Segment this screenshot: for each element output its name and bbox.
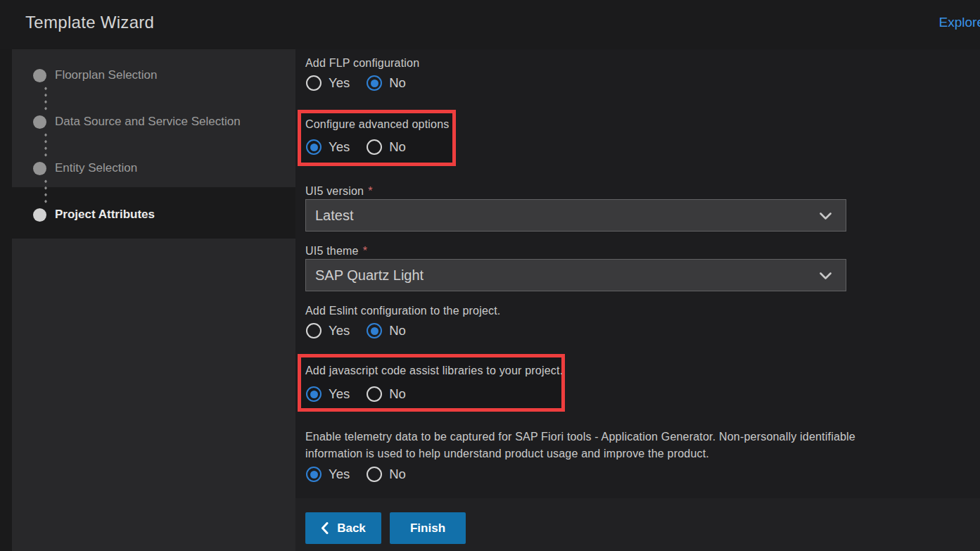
field-label-ui5-version: UI5 version* (305, 183, 373, 200)
chevron-down-icon (820, 213, 832, 220)
field-label-advanced-options: Configure advanced options (305, 116, 449, 133)
radio-icon[interactable] (367, 323, 382, 338)
field-label-flp: Add FLP configuration (305, 55, 419, 72)
radio-icon[interactable] (306, 139, 322, 155)
telemetry-radio-group: Yes No (306, 466, 406, 483)
step-floorplan-selection[interactable]: Floorplan Selection (12, 67, 158, 84)
step-connector (44, 132, 47, 158)
step-entity-selection[interactable]: Entity Selection (12, 160, 137, 177)
eslint-radio-group: Yes No (306, 322, 406, 339)
telemetry-radio-no[interactable]: No (367, 467, 406, 482)
radio-label-yes[interactable]: Yes (329, 139, 350, 155)
telemetry-radio-yes[interactable]: Yes (306, 467, 350, 482)
step-label: Project Attributes (55, 208, 155, 222)
step-project-attributes[interactable]: Project Attributes (12, 206, 155, 223)
step-label: Floorplan Selection (55, 68, 158, 82)
radio-icon[interactable] (306, 386, 322, 402)
radio-icon[interactable] (367, 139, 382, 155)
project-attributes-form: Add FLP configuration Yes No Configure a… (295, 49, 980, 551)
field-label-ui5-theme: UI5 theme* (305, 243, 367, 260)
radio-icon[interactable] (367, 75, 382, 91)
radio-icon[interactable] (306, 467, 322, 482)
field-label-eslint: Add Eslint configuration to the project. (305, 303, 501, 319)
advanced-options-radio-group: Yes No (306, 139, 406, 156)
radio-icon[interactable] (306, 323, 322, 338)
radio-label-no[interactable]: No (389, 75, 406, 91)
ui5-theme-label-text: UI5 theme (305, 245, 359, 257)
flp-radio-yes[interactable]: Yes (306, 75, 350, 91)
code-assist-radio-group: Yes No (306, 386, 406, 403)
radio-icon[interactable] (367, 386, 382, 402)
wizard-header: Template Wizard Explore (0, 0, 980, 49)
ui5-version-value: Latest (315, 208, 353, 224)
chevron-down-icon (820, 272, 832, 280)
ui5-version-label-text: UI5 version (305, 185, 364, 197)
radio-label-yes[interactable]: Yes (329, 386, 350, 402)
flp-radio-no[interactable]: No (367, 75, 406, 91)
ui5-theme-select[interactable]: SAP Quartz Light (305, 259, 846, 291)
radio-label-no[interactable]: No (389, 323, 406, 338)
back-button-label: Back (337, 521, 366, 536)
step-label: Entity Selection (55, 161, 137, 175)
radio-icon[interactable] (367, 467, 382, 482)
back-button[interactable]: Back (305, 512, 381, 544)
required-asterisk: * (363, 245, 367, 257)
eslint-radio-yes[interactable]: Yes (306, 323, 350, 338)
code-assist-radio-no[interactable]: No (367, 386, 406, 402)
advanced-radio-no[interactable]: No (367, 139, 406, 155)
step-label: Data Source and Service Selection (55, 115, 241, 129)
radio-label-no[interactable]: No (389, 467, 406, 482)
explore-link[interactable]: Explore (939, 15, 980, 30)
step-connector (44, 178, 47, 205)
radio-label-no[interactable]: No (389, 386, 406, 402)
step-circle-icon (33, 115, 46, 129)
finish-button-label: Finish (410, 521, 445, 536)
sidebar-lower-panel (12, 239, 295, 551)
chevron-left-icon (321, 522, 329, 534)
radio-label-yes[interactable]: Yes (329, 75, 350, 91)
ui5-version-select[interactable]: Latest (305, 199, 846, 232)
step-circle-icon (33, 162, 46, 175)
step-data-source-selection[interactable]: Data Source and Service Selection (12, 113, 241, 130)
step-circle-icon (33, 69, 46, 82)
step-connector (44, 85, 47, 112)
radio-label-yes[interactable]: Yes (329, 467, 350, 482)
flp-radio-group: Yes No (306, 75, 406, 91)
wizard-steps-sidebar: Floorplan Selection Data Source and Serv… (12, 49, 295, 551)
field-label-code-assist: Add javascript code assist libraries to … (305, 362, 563, 379)
ui5-theme-value: SAP Quartz Light (315, 267, 424, 284)
required-asterisk: * (368, 185, 372, 197)
advanced-radio-yes[interactable]: Yes (306, 139, 350, 155)
finish-button[interactable]: Finish (390, 512, 466, 544)
eslint-radio-no[interactable]: No (367, 323, 406, 338)
page-title: Template Wizard (25, 13, 154, 32)
step-circle-icon (33, 208, 46, 222)
radio-label-yes[interactable]: Yes (329, 323, 350, 338)
radio-icon[interactable] (306, 75, 322, 91)
code-assist-radio-yes[interactable]: Yes (306, 386, 350, 402)
field-label-telemetry: Enable telemetry data to be captured for… (305, 429, 861, 462)
radio-label-no[interactable]: No (389, 139, 406, 155)
